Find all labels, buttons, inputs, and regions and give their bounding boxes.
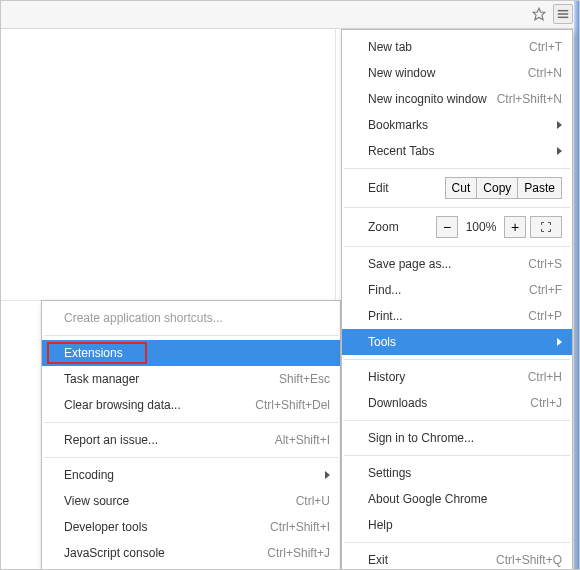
menu-label: Tools: [368, 335, 551, 349]
menu-label: Save page as...: [368, 257, 528, 271]
menu-label: Task manager: [64, 372, 279, 386]
menu-tools[interactable]: Tools: [342, 329, 572, 355]
browser-toolbar: [1, 1, 579, 29]
menu-help[interactable]: Help: [342, 512, 572, 538]
bookmark-star-icon[interactable]: [529, 4, 549, 24]
submenu-clear-data[interactable]: Clear browsing data... Ctrl+Shift+Del: [42, 392, 340, 418]
svg-rect-2: [558, 13, 569, 15]
menu-shortcut: Shift+Esc: [279, 372, 330, 386]
menu-shortcut: Ctrl+N: [528, 66, 562, 80]
zoom-value: 100%: [462, 220, 500, 234]
menu-shortcut: Ctrl+P: [528, 309, 562, 323]
menu-label: JavaScript console: [64, 546, 267, 560]
menu-new-incognito[interactable]: New incognito window Ctrl+Shift+N: [342, 86, 572, 112]
menu-label: Developer tools: [64, 520, 270, 534]
menu-separator: [344, 542, 570, 543]
menu-save-page[interactable]: Save page as... Ctrl+S: [342, 251, 572, 277]
submenu-arrow-icon: [557, 338, 562, 346]
menu-exit[interactable]: Exit Ctrl+Shift+Q: [342, 547, 572, 570]
menu-shortcut: Ctrl+Shift+I: [270, 520, 330, 534]
submenu-arrow-icon: [557, 121, 562, 129]
menu-separator: [344, 420, 570, 421]
zoom-label: Zoom: [368, 220, 436, 234]
submenu-encoding[interactable]: Encoding: [42, 462, 340, 488]
submenu-inspect-devices[interactable]: Inspect devices: [42, 566, 340, 570]
menu-label: Encoding: [64, 468, 319, 482]
menu-label: New window: [368, 66, 528, 80]
menu-label: Sign in to Chrome...: [368, 431, 562, 445]
menu-separator: [44, 335, 338, 336]
menu-separator: [344, 168, 570, 169]
submenu-arrow-icon: [325, 471, 330, 479]
menu-about[interactable]: About Google Chrome: [342, 486, 572, 512]
menu-label: New tab: [368, 40, 529, 54]
chrome-main-menu: New tab Ctrl+T New window Ctrl+N New inc…: [341, 29, 573, 570]
menu-label: Recent Tabs: [368, 144, 551, 158]
menu-label: Find...: [368, 283, 529, 297]
submenu-task-manager[interactable]: Task manager Shift+Esc: [42, 366, 340, 392]
submenu-report-issue[interactable]: Report an issue... Alt+Shift+I: [42, 427, 340, 453]
submenu-view-source[interactable]: View source Ctrl+U: [42, 488, 340, 514]
menu-label: Extensions: [64, 346, 330, 360]
menu-separator: [344, 359, 570, 360]
submenu-developer-tools[interactable]: Developer tools Ctrl+Shift+I: [42, 514, 340, 540]
copy-button[interactable]: Copy: [476, 177, 518, 199]
menu-zoom-row: Zoom − 100% +: [342, 212, 572, 242]
menu-shortcut: Ctrl+Shift+Q: [496, 553, 562, 567]
menu-recent-tabs[interactable]: Recent Tabs: [342, 138, 572, 164]
menu-edit-row: Edit Cut Copy Paste: [342, 173, 572, 203]
menu-label: New incognito window: [368, 92, 497, 106]
submenu-arrow-icon: [557, 147, 562, 155]
menu-print[interactable]: Print... Ctrl+P: [342, 303, 572, 329]
submenu-create-shortcuts[interactable]: Create application shortcuts...: [42, 305, 340, 331]
menu-shortcut: Ctrl+H: [528, 370, 562, 384]
menu-shortcut: Ctrl+Shift+N: [497, 92, 562, 106]
menu-find[interactable]: Find... Ctrl+F: [342, 277, 572, 303]
menu-bookmarks[interactable]: Bookmarks: [342, 112, 572, 138]
page-content-area: [1, 29, 336, 301]
menu-shortcut: Alt+Shift+I: [275, 433, 330, 447]
menu-new-tab[interactable]: New tab Ctrl+T: [342, 34, 572, 60]
menu-separator: [44, 422, 338, 423]
edit-label: Edit: [368, 181, 445, 195]
zoom-in-button[interactable]: +: [504, 216, 526, 238]
menu-label: Print...: [368, 309, 528, 323]
menu-shortcut: Ctrl+S: [528, 257, 562, 271]
menu-shortcut: Ctrl+U: [296, 494, 330, 508]
menu-shortcut: Ctrl+F: [529, 283, 562, 297]
tools-submenu: Create application shortcuts... Extensio…: [41, 300, 341, 570]
menu-separator: [44, 457, 338, 458]
svg-rect-1: [558, 10, 569, 12]
menu-settings[interactable]: Settings: [342, 460, 572, 486]
scrollbar-edge: [574, 1, 579, 570]
menu-label: Help: [368, 518, 562, 532]
menu-label: Clear browsing data...: [64, 398, 255, 412]
menu-label: About Google Chrome: [368, 492, 562, 506]
submenu-extensions[interactable]: Extensions: [42, 340, 340, 366]
menu-label: Settings: [368, 466, 562, 480]
menu-history[interactable]: History Ctrl+H: [342, 364, 572, 390]
menu-label: Create application shortcuts...: [64, 311, 330, 325]
menu-label: Downloads: [368, 396, 530, 410]
menu-separator: [344, 246, 570, 247]
svg-marker-0: [533, 8, 545, 20]
fullscreen-button[interactable]: [530, 216, 562, 238]
menu-label: Report an issue...: [64, 433, 275, 447]
menu-signin[interactable]: Sign in to Chrome...: [342, 425, 572, 451]
paste-button[interactable]: Paste: [517, 177, 562, 199]
hamburger-menu-icon[interactable]: [553, 4, 573, 24]
menu-shortcut: Ctrl+Shift+Del: [255, 398, 330, 412]
menu-downloads[interactable]: Downloads Ctrl+J: [342, 390, 572, 416]
menu-label: Exit: [368, 553, 496, 567]
menu-label: Bookmarks: [368, 118, 551, 132]
menu-shortcut: Ctrl+T: [529, 40, 562, 54]
menu-shortcut: Ctrl+J: [530, 396, 562, 410]
svg-rect-3: [558, 17, 569, 19]
menu-label: View source: [64, 494, 296, 508]
menu-separator: [344, 207, 570, 208]
menu-label: History: [368, 370, 528, 384]
cut-button[interactable]: Cut: [445, 177, 478, 199]
zoom-out-button[interactable]: −: [436, 216, 458, 238]
submenu-js-console[interactable]: JavaScript console Ctrl+Shift+J: [42, 540, 340, 566]
menu-new-window[interactable]: New window Ctrl+N: [342, 60, 572, 86]
